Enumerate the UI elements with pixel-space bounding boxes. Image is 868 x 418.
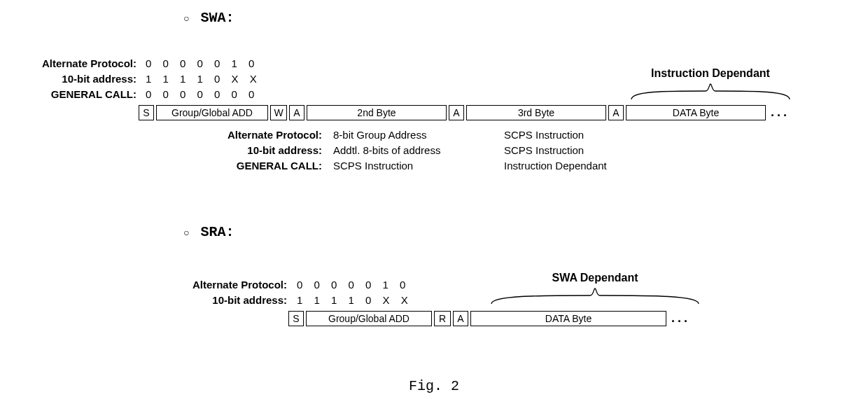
swa-heading-text: SWA: [200, 10, 234, 26]
sra-brace: SWA Dependant [490, 272, 700, 305]
sra-heading: ○SRA: [183, 224, 234, 240]
sra-heading-text: SRA: [200, 224, 234, 240]
swa-upper-bits-2: 0 0 0 0 0 0 0 [146, 88, 258, 100]
swa-lower-col2-2: SCPS Instruction [333, 158, 440, 174]
swa-byte3: 3rd Byte [466, 105, 606, 120]
swa-s: S [139, 105, 154, 120]
swa-brace: Instruction Dependant [630, 67, 791, 101]
swa-upper-bits-1: 1 1 1 1 0 X X [146, 73, 261, 85]
sra-s: S [288, 311, 304, 326]
swa-frame: S Group/Global ADD W A 2nd Byte A 3rd By… [139, 105, 790, 120]
swa-group: Group/Global ADD [156, 105, 268, 120]
swa-lower-col3: SCPS Instruction SCPS Instruction Instru… [504, 127, 607, 174]
swa-lower-col3-2: Instruction Dependant [504, 158, 607, 174]
swa-a1: A [289, 105, 304, 120]
swa-a3: A [608, 105, 624, 120]
sra-upper-label-1: 10-bit address: [91, 294, 287, 306]
sra-brace-label: SWA Dependant [490, 272, 700, 284]
swa-lower-label-2: GENERAL CALL: [182, 158, 322, 174]
sra-dots: ... [668, 311, 690, 326]
swa-upper-label-2: GENERAL CALL: [0, 88, 136, 100]
swa-lower-labels: Alternate Protocol: 10-bit address: GENE… [182, 127, 322, 174]
swa-lower-label-0: Alternate Protocol: [182, 127, 322, 143]
sra-upper-bits-0: 0 0 0 0 0 1 0 [297, 279, 410, 291]
swa-lower-label-1: 10-bit address: [182, 143, 322, 158]
swa-lower-col2: 8-bit Group Address Addtl. 8-bits of add… [333, 127, 440, 174]
swa-upper-bits-0: 0 0 0 0 0 1 0 [146, 57, 258, 69]
swa-upper-label-1: 10-bit address: [0, 73, 136, 85]
sra-data: DATA Byte [470, 311, 666, 326]
swa-brace-label: Instruction Dependant [630, 67, 791, 80]
brace-icon [490, 286, 700, 305]
swa-a2: A [449, 105, 464, 120]
swa-lower-col3-0: SCPS Instruction [504, 127, 607, 143]
swa-dots: ... [768, 105, 790, 120]
sra-upper-label-0: Alternate Protocol: [91, 279, 287, 291]
swa-lower-col2-1: Addtl. 8-bits of address [333, 143, 440, 158]
sra-group: Group/Global ADD [306, 311, 432, 326]
swa-heading: ○SWA: [183, 10, 234, 26]
sra-a: A [453, 311, 468, 326]
swa-lower-col2-0: 8-bit Group Address [333, 127, 440, 143]
swa-byte2: 2nd Byte [307, 105, 447, 120]
bullet-icon: ○ [183, 13, 189, 24]
sra-frame: S Group/Global ADD R A DATA Byte ... [288, 311, 690, 326]
sra-r: R [434, 311, 451, 326]
bullet-icon: ○ [183, 227, 189, 238]
sra-upper-bits-1: 1 1 1 1 0 X X [297, 294, 412, 306]
swa-upper-label-0: Alternate Protocol: [0, 57, 136, 69]
brace-icon [630, 81, 791, 101]
swa-data: DATA Byte [626, 105, 766, 120]
swa-w: W [270, 105, 287, 120]
figure-caption: Fig. 2 [0, 378, 868, 394]
swa-lower-col3-1: SCPS Instruction [504, 143, 607, 158]
